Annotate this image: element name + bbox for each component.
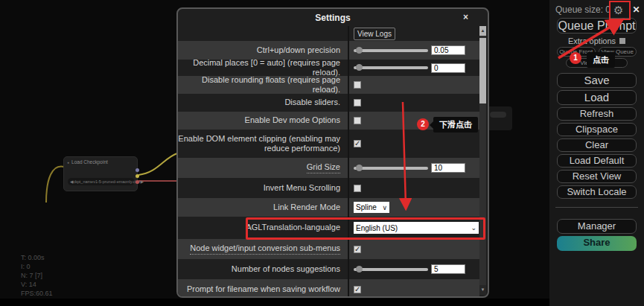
queue-front-button[interactable]: Queue Front	[557, 47, 596, 57]
switch-locale-button[interactable]: Switch Locale	[557, 185, 637, 199]
disable-rounding-checkbox[interactable]	[354, 81, 361, 89]
setting-label: Number of nodes suggestions	[178, 259, 349, 279]
queue-prompt-button[interactable]: Queue Prompt	[557, 18, 637, 34]
conversion-submenus-checkbox[interactable]	[354, 246, 361, 253]
setting-row-grid-size: Grid Size	[178, 158, 479, 178]
menu-header: Queue size: 0 ⚙ ✕	[549, 0, 644, 16]
widget-value: v1-5-pruned-emaonly.ckpt	[93, 179, 140, 184]
decimal-slider[interactable]	[354, 66, 428, 69]
extra-options-label: Extra options	[568, 36, 616, 45]
close-icon[interactable]: ✕	[633, 4, 640, 15]
setting-row-link-render-mode: Link Render Mode Spline ∨	[178, 198, 479, 217]
clipspace-button[interactable]: Clipspace	[557, 123, 637, 136]
setting-label: Prompt for filename when saving workflow	[178, 279, 349, 298]
refresh-button[interactable]: Refresh	[557, 107, 637, 121]
disable-sliders-checkbox[interactable]	[354, 99, 361, 106]
setting-label: AGLTranslation-langualge	[178, 217, 349, 239]
setting-label: Ctrl+up/down precision	[178, 41, 349, 60]
setting-row-disable-rounding: Disable rounding floats (requires page r…	[178, 76, 479, 94]
select-value: English (US)	[356, 224, 398, 232]
setting-row-view-logs: View Logs	[178, 26, 479, 41]
nodes-suggestions-slider[interactable]	[354, 268, 428, 271]
dev-mode-checkbox[interactable]	[354, 117, 361, 124]
background-node-pill	[490, 112, 506, 118]
share-button[interactable]: Share	[557, 236, 637, 251]
clear-button[interactable]: Clear	[557, 138, 637, 152]
chevron-down-icon: ∨	[382, 204, 387, 211]
setting-label: Enable DOM element clipping (enabling ma…	[178, 130, 349, 158]
manager-button[interactable]: Manager	[557, 219, 637, 234]
setting-row-dom-clipping: Enable DOM element clipping (enabling ma…	[178, 130, 479, 158]
background-node-fragment	[485, 106, 512, 130]
invert-scrolling-checkbox[interactable]	[354, 185, 361, 192]
load-button[interactable]: Load	[557, 90, 637, 105]
setting-label: Node widget/input conversion sub-menus	[178, 239, 349, 259]
view-history-button[interactable]: View History	[566, 58, 628, 68]
precision-slider[interactable]	[354, 49, 428, 52]
setting-label: Decimal places [0 = auto] (requires page…	[178, 60, 349, 76]
settings-dialog: Settings × View Logs Ctrl+up/down precis…	[176, 7, 489, 298]
node-title: ● Load Checkpoint	[64, 157, 137, 167]
setting-label: Enable Dev mode Options	[178, 112, 349, 130]
scroll-up-icon[interactable]: ▲	[479, 26, 486, 36]
scrollbar-thumb[interactable]	[479, 38, 486, 103]
reset-view-button[interactable]: Reset View	[557, 170, 637, 183]
view-queue-button[interactable]: View Queue	[599, 47, 637, 57]
stat-line: FPS:60.61	[21, 289, 53, 298]
setting-label: Grid Size	[178, 158, 349, 178]
slider-thumb[interactable]	[356, 165, 363, 171]
setting-row-prompt-filename: Prompt for filename when saving workflow	[178, 279, 479, 298]
setting-row-agl-translation: AGLTranslation-langualge English (US) ⌄	[178, 217, 479, 239]
scroll-down-icon[interactable]: ▼	[479, 285, 486, 295]
slider-thumb[interactable]	[356, 64, 363, 71]
load-checkpoint-node[interactable]: ● Load Checkpoint ◀ ckpt_name v1-5-prune…	[63, 156, 138, 191]
load-default-button[interactable]: Load Default	[557, 154, 637, 168]
dom-clipping-checkbox[interactable]	[354, 140, 361, 147]
stat-line: N: 7 [7]	[21, 271, 53, 280]
node-title-text: Load Checkpoint	[71, 159, 108, 165]
canvas-stats: T: 0.00s I: 0 N: 7 [7] V: 14 FPS:60.61	[21, 253, 53, 298]
app-root: ● Load Checkpoint ◀ ckpt_name v1-5-prune…	[0, 0, 644, 306]
queue-buttons-row: Queue Front View Queue	[557, 47, 637, 57]
save-button[interactable]: Save	[557, 73, 637, 88]
settings-rows: View Logs Ctrl+up/down precision Decimal…	[178, 26, 479, 296]
stat-line: T: 0.00s	[21, 253, 53, 262]
grid-size-slider[interactable]	[354, 167, 428, 170]
grid-size-input[interactable]	[431, 163, 465, 173]
setting-row-dev-mode: Enable Dev mode Options	[178, 112, 479, 130]
setting-row-invert-scrolling: Invert Menu Scrolling	[178, 178, 479, 198]
setting-label: Disable rounding floats (requires page r…	[178, 76, 349, 94]
queue-size-label: Queue size: 0	[555, 4, 610, 15]
slider-thumb[interactable]	[356, 266, 363, 272]
output-port-model[interactable]	[136, 168, 139, 172]
precision-input[interactable]	[431, 45, 465, 55]
dialog-scrollbar[interactable]: ▲ ▼	[479, 26, 486, 295]
agl-translation-language-select[interactable]: English (US) ⌄	[354, 222, 479, 234]
setting-label: Invert Menu Scrolling	[178, 178, 349, 198]
nodes-suggestions-input[interactable]	[431, 264, 465, 274]
view-logs-button[interactable]: View Logs	[354, 28, 395, 40]
setting-label: Disable sliders.	[178, 94, 349, 112]
setting-row-ctrl-precision: Ctrl+up/down precision	[178, 41, 479, 60]
collapse-dot-icon[interactable]: ●	[67, 160, 69, 165]
gear-icon[interactable]: ⚙	[613, 4, 623, 16]
link-render-mode-select[interactable]: Spline ∨	[354, 202, 389, 213]
output-port-clip[interactable]	[136, 174, 139, 178]
stat-line: V: 14	[21, 280, 53, 289]
ckpt-name-widget[interactable]: ◀ ckpt_name v1-5-pruned-emaonly.ckpt ▶	[68, 178, 135, 185]
comfy-menu: Queue size: 0 ⚙ ✕ Queue Prompt Extra opt…	[549, 0, 644, 306]
dialog-close-icon[interactable]: ×	[463, 12, 468, 22]
output-port-vae[interactable]	[136, 180, 139, 184]
setting-row-nodes-suggestions: Number of nodes suggestions	[178, 259, 479, 279]
setting-label: Link Render Mode	[178, 198, 349, 217]
setting-label	[178, 26, 349, 41]
widget-right-arrow-icon[interactable]: ▶	[141, 179, 144, 184]
extra-options-checkbox[interactable]	[619, 38, 625, 44]
decimal-input[interactable]	[431, 63, 465, 73]
widget-name: ckpt_name	[73, 179, 93, 184]
prompt-filename-checkbox[interactable]	[354, 286, 361, 293]
extra-options-row: Extra options	[549, 36, 644, 45]
setting-row-disable-sliders: Disable sliders.	[178, 94, 479, 112]
slider-thumb[interactable]	[356, 47, 363, 54]
dialog-title-bar: Settings ×	[178, 9, 488, 26]
